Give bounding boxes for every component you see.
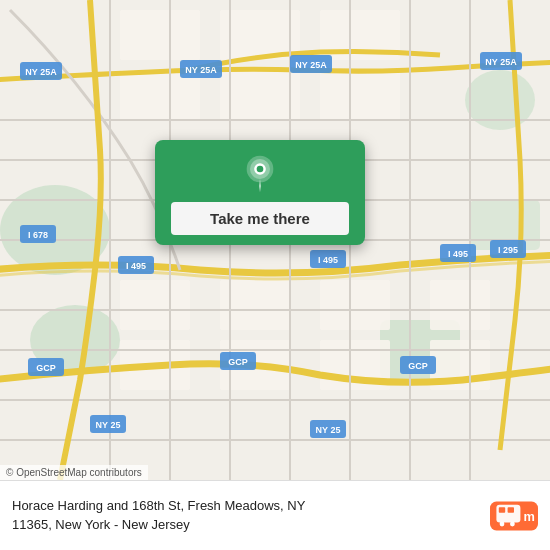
address-line1: Horace Harding and 168th St, Fresh Meado… bbox=[12, 498, 305, 513]
svg-rect-14 bbox=[320, 280, 390, 330]
svg-text:NY 25: NY 25 bbox=[316, 425, 341, 435]
svg-rect-12 bbox=[120, 280, 190, 330]
svg-text:I 495: I 495 bbox=[318, 255, 338, 265]
address-text: Horace Harding and 168th St, Fresh Meado… bbox=[12, 497, 480, 533]
svg-text:NY 25A: NY 25A bbox=[295, 60, 327, 70]
take-me-there-button[interactable]: Take me there bbox=[171, 202, 349, 235]
copyright-text: © OpenStreetMap contributors bbox=[6, 467, 142, 478]
svg-text:I 678: I 678 bbox=[28, 230, 48, 240]
svg-point-72 bbox=[510, 521, 515, 526]
svg-rect-10 bbox=[220, 70, 300, 120]
svg-rect-18 bbox=[430, 280, 490, 330]
svg-point-66 bbox=[257, 166, 264, 173]
svg-rect-6 bbox=[120, 10, 200, 60]
svg-text:NY 25A: NY 25A bbox=[25, 67, 57, 77]
svg-point-71 bbox=[500, 521, 505, 526]
moovit-icon-svg: m bbox=[490, 498, 538, 534]
svg-text:GCP: GCP bbox=[228, 357, 248, 367]
svg-text:GCP: GCP bbox=[408, 361, 428, 371]
pin-icon bbox=[240, 154, 280, 194]
moovit-logo: m bbox=[490, 498, 538, 534]
copyright-bar: © OpenStreetMap contributors bbox=[0, 465, 148, 480]
location-card: Take me there bbox=[155, 140, 365, 245]
bottom-bar: Horace Harding and 168th St, Fresh Meado… bbox=[0, 480, 550, 550]
address-line2: 11365, New York - New Jersey bbox=[12, 517, 190, 532]
svg-rect-69 bbox=[499, 507, 505, 513]
svg-rect-11 bbox=[320, 70, 400, 120]
svg-text:NY 25A: NY 25A bbox=[185, 65, 217, 75]
svg-text:NY 25: NY 25 bbox=[96, 420, 121, 430]
svg-text:I 495: I 495 bbox=[448, 249, 468, 259]
svg-text:I 295: I 295 bbox=[498, 245, 518, 255]
svg-text:m: m bbox=[524, 508, 535, 523]
svg-text:GCP: GCP bbox=[36, 363, 56, 373]
svg-rect-70 bbox=[508, 507, 514, 513]
svg-text:NY 25A: NY 25A bbox=[485, 57, 517, 67]
svg-text:I 495: I 495 bbox=[126, 261, 146, 271]
